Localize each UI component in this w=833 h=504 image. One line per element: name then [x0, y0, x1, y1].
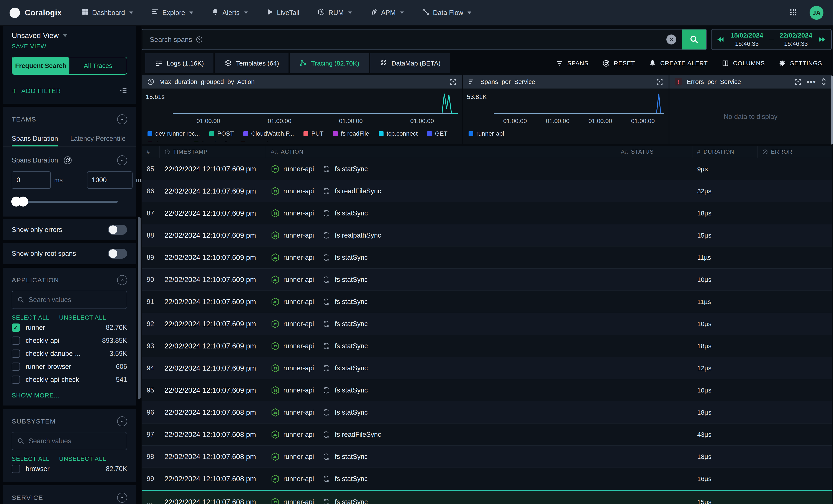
all-traces-button[interactable]: All Traces	[69, 57, 127, 74]
duration-min-input[interactable]	[12, 171, 51, 189]
nav-item-dataflow[interactable]: Data Flow	[422, 8, 472, 17]
spans-view-button[interactable]: SPANS	[556, 60, 589, 67]
add-filter-button[interactable]: + ADD FILTER	[12, 87, 61, 95]
focus-icon[interactable]	[794, 78, 802, 86]
legend-item[interactable]: POST	[209, 130, 234, 137]
settings-button[interactable]: SETTINGS	[779, 60, 822, 67]
date-to[interactable]: 22/02/2024 15:46:33	[780, 32, 812, 47]
filter-value-row[interactable]: runner-browser 606	[12, 360, 127, 373]
filter-value-row[interactable]: ✓ runner 82.70K	[12, 321, 127, 334]
span-row[interactable]: 85 22/02/2024 12:10:07.609 pm JS runner-…	[142, 158, 832, 180]
filter-value-row[interactable]: browser 82.70K	[12, 462, 127, 475]
apps-grid-icon[interactable]	[789, 8, 798, 17]
show-only-errors-toggle[interactable]	[108, 225, 127, 235]
clear-search-button[interactable]	[666, 34, 676, 45]
checkbox-unchecked-icon[interactable]	[12, 376, 20, 384]
frequent-search-button[interactable]: Frequent Search	[12, 57, 69, 74]
subsystem-search-input[interactable]: Search values	[12, 432, 127, 450]
checkbox-unchecked-icon[interactable]	[12, 363, 20, 371]
chevron-up-circle-icon[interactable]	[117, 155, 127, 165]
nav-item-dashboard[interactable]: Dashboard	[81, 8, 134, 17]
more-options-icon[interactable]: •••	[807, 77, 816, 86]
column-header-action[interactable]: AaACTION	[266, 146, 616, 158]
line-chart[interactable]	[494, 92, 664, 116]
span-row[interactable]: 96 22/02/2024 12:10:07.608 pm JS runner-…	[142, 401, 832, 424]
span-row[interactable]: 97 22/02/2024 12:10:07.608 pm JS runner-…	[142, 424, 832, 446]
nav-item-alerts[interactable]: Alerts	[212, 8, 248, 17]
reset-duration-icon[interactable]	[63, 156, 72, 165]
span-row[interactable]: 86 22/02/2024 12:10:07.609 pm JS runner-…	[142, 180, 832, 202]
column-header-duration[interactable]: #DURATION	[692, 146, 758, 158]
chevron-up-circle-icon[interactable]	[117, 275, 127, 285]
legend-item[interactable]: CloudWatch.P...	[243, 130, 294, 137]
filter-value-row[interactable]: checkly-api-check 541	[12, 373, 127, 386]
span-row[interactable]: 89 22/02/2024 12:10:07.609 pm JS runner-…	[142, 246, 832, 269]
coralogix-logo[interactable]: Coralogix	[9, 7, 62, 18]
legend-item[interactable]: fs writeFile	[194, 141, 231, 142]
legend-item[interactable]: runner-api	[469, 130, 504, 137]
legend-item[interactable]: GET	[427, 130, 448, 137]
legend-item[interactable]: fs readFile	[333, 130, 369, 137]
nav-item-rum[interactable]: RUM	[317, 8, 352, 17]
columns-button[interactable]: COLUMNS	[722, 60, 765, 67]
span-row[interactable]: 94 22/02/2024 12:10:07.609 pm JS runner-…	[142, 357, 832, 379]
date-range-picker[interactable]: 15/02/2024 15:46:33 — 22/02/2024 15:46:3…	[711, 29, 832, 50]
column-header-status[interactable]: AaSTATUS	[616, 146, 692, 158]
column-header-index[interactable]: #	[142, 146, 160, 158]
span-row[interactable]: 95 22/02/2024 12:10:07.609 pm JS runner-…	[142, 379, 832, 401]
tab-logs[interactable]: Logs (1.16K)	[145, 53, 213, 73]
legend-item[interactable]: dev-runner rec...	[147, 130, 200, 137]
save-view-button[interactable]: SAVE VIEW	[12, 43, 127, 50]
span-row[interactable]: 91 22/02/2024 12:10:07.609 pm JS runner-…	[142, 291, 832, 313]
span-row[interactable]: 93 22/02/2024 12:10:07.609 pm JS runner-…	[142, 335, 832, 357]
sidebar-scrollbar[interactable]	[138, 217, 141, 399]
span-row[interactable]: 90 22/02/2024 12:10:07.609 pm JS runner-…	[142, 269, 832, 291]
legend-item[interactable]: tcp.connect	[379, 130, 418, 137]
span-row[interactable]: 87 22/02/2024 12:10:07.609 pm JS runner-…	[142, 202, 832, 224]
unselect-all-link[interactable]: UNSELECT ALL	[59, 455, 106, 462]
show-only-root-spans-toggle[interactable]	[108, 249, 127, 259]
application-search-input[interactable]: Search values	[12, 291, 127, 309]
select-all-link[interactable]: SELECT ALL	[12, 314, 49, 321]
avatar[interactable]: JA	[810, 6, 824, 20]
duration-max-input[interactable]	[87, 171, 133, 189]
reset-button[interactable]: RESET	[602, 60, 635, 67]
chevron-up-circle-icon[interactable]	[117, 416, 127, 426]
legend-item[interactable]: SQS.ChangeM...	[240, 141, 294, 142]
nav-item-livetail[interactable]: LiveTail	[266, 8, 300, 17]
column-header-timestamp[interactable]: TIMESTAMP	[160, 146, 266, 158]
tab-templates[interactable]: Templates (64)	[215, 53, 288, 73]
date-from[interactable]: 15/02/2024 15:46:33	[731, 32, 763, 47]
show-more-link[interactable]: SHOW MORE...	[12, 392, 127, 399]
focus-icon[interactable]	[450, 78, 457, 86]
tab-tracing[interactable]: Tracing (82.70K)	[290, 53, 369, 73]
checkbox-unchecked-icon[interactable]	[12, 350, 20, 358]
chevron-down-circle-icon[interactable]	[117, 114, 127, 124]
legend-item[interactable]: PUT	[304, 130, 324, 137]
tab-spans-duration[interactable]: Spans Duration	[12, 132, 58, 146]
checkbox-unchecked-icon[interactable]	[12, 465, 20, 473]
forward-time-icon[interactable]	[818, 35, 827, 44]
collapse-charts-icon[interactable]	[821, 78, 827, 86]
nav-item-explore[interactable]: Explore	[151, 8, 193, 17]
select-all-link[interactable]: SELECT ALL	[12, 455, 49, 462]
nav-item-apm[interactable]: APM	[370, 8, 404, 17]
span-row[interactable]: 92 22/02/2024 12:10:07.609 pm JS runner-…	[142, 313, 832, 335]
chevron-up-circle-icon[interactable]	[117, 493, 127, 503]
line-chart[interactable]	[173, 92, 458, 116]
create-alert-button[interactable]: CREATE ALERT	[649, 60, 708, 67]
legend-item[interactable]: tls.connect	[147, 141, 184, 142]
column-header-error[interactable]: ERROR	[758, 146, 832, 158]
checkbox-unchecked-icon[interactable]	[12, 336, 20, 345]
view-selector[interactable]: Unsaved View	[12, 31, 127, 40]
search-button[interactable]	[682, 29, 706, 49]
rewind-time-icon[interactable]	[716, 35, 725, 44]
slider-handle-max[interactable]	[18, 197, 28, 207]
span-row[interactable]: 99 22/02/2024 12:10:07.608 pm JS runner-…	[142, 468, 832, 490]
checkbox-checked-icon[interactable]: ✓	[12, 323, 20, 332]
main-scrollbar[interactable]	[831, 75, 833, 144]
filter-value-row[interactable]: checkly-danube-... 3.59K	[12, 347, 127, 360]
span-row[interactable]: 88 22/02/2024 12:10:07.609 pm JS runner-…	[142, 224, 832, 246]
span-row-highlighted[interactable]: ... 22/02/2024 12:10:07.608 pm JS runner…	[142, 490, 832, 504]
span-row[interactable]: 98 22/02/2024 12:10:07.608 pm JS runner-…	[142, 446, 832, 468]
